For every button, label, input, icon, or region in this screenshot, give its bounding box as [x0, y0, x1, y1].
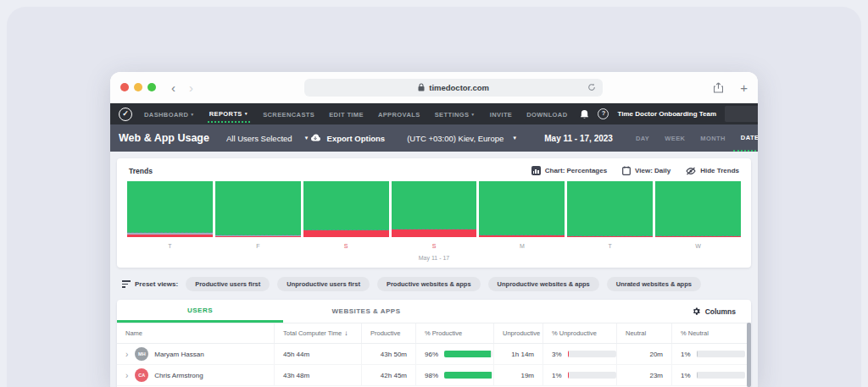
chart-bar[interactable] — [127, 181, 213, 237]
view-toggle[interactable]: View: Daily — [622, 166, 670, 175]
page-title: Web & App Usage — [119, 132, 209, 144]
users-filter-select[interactable]: All Users Selected ▼ — [226, 134, 309, 143]
help-icon[interactable]: ? — [598, 108, 609, 119]
day-label: T — [127, 243, 213, 249]
gear-icon — [692, 307, 701, 316]
productive-time: 43h 50m — [361, 344, 415, 364]
reload-icon[interactable] — [587, 83, 596, 91]
preset-chip[interactable]: Productive websites & apps — [377, 277, 481, 291]
chevron-down-icon: ▼ — [244, 111, 248, 116]
preset-chip[interactable]: Unrated websites & apps — [607, 277, 701, 291]
maximize-window-icon[interactable] — [147, 83, 156, 91]
productive-segment — [479, 181, 565, 235]
day-label: F — [215, 243, 301, 249]
column-header[interactable]: % Productive — [415, 323, 493, 343]
preset-chip[interactable]: Unproductive websites & apps — [488, 277, 599, 291]
productive-time: 42h 45m — [361, 365, 415, 385]
nav-item[interactable]: APPROVALS — [376, 106, 422, 122]
nav-item[interactable]: DASHBOARD▼ — [142, 106, 197, 122]
chevron-right-icon[interactable]: › — [125, 350, 128, 359]
timedoctor-logo-icon[interactable]: ✓ — [119, 108, 132, 121]
chart-bar[interactable] — [303, 181, 389, 237]
bell-icon[interactable] — [580, 109, 589, 119]
new-tab-icon[interactable]: + — [740, 81, 748, 94]
productive-segment — [303, 181, 389, 230]
bar-chart-icon — [531, 166, 541, 175]
period-tab[interactable]: DATE RANGE — [733, 124, 758, 152]
column-header[interactable]: Unproductive — [493, 323, 542, 343]
table-tab[interactable]: WEBSITES & APPS — [283, 300, 449, 323]
nav-item[interactable]: DOWNLOAD — [525, 106, 569, 122]
hide-trends-toggle[interactable]: Hide Trends — [686, 167, 739, 175]
usage-table-panel: USERSWEBSITES & APPS Columns NameTotal C… — [117, 300, 751, 387]
column-header[interactable]: Productive — [361, 323, 415, 343]
unproductive-segment — [655, 236, 741, 237]
unproductive-progress-bar — [568, 351, 616, 357]
nav-item[interactable]: EDIT TIME — [327, 106, 365, 122]
avatar: CA — [135, 368, 148, 382]
nav-item[interactable]: INVITE — [488, 106, 515, 122]
timezone-select[interactable]: (UTC +03:00) Kiev, Europe ▼ — [407, 134, 517, 143]
period-tab[interactable]: DAY — [628, 124, 657, 152]
day-label: S — [303, 243, 389, 249]
chart-bar[interactable] — [215, 181, 301, 237]
table-scrollbar[interactable] — [747, 323, 751, 387]
close-window-icon[interactable] — [120, 83, 129, 91]
day-label: W — [655, 243, 741, 249]
forward-icon[interactable]: › — [189, 81, 193, 94]
back-icon[interactable]: ‹ — [171, 81, 175, 94]
nav-item[interactable]: SCREENCASTS — [261, 106, 316, 122]
neutral-time: 23m — [616, 365, 671, 385]
unproductive-segment — [303, 230, 389, 237]
url-text: timedoctor.com — [429, 83, 489, 92]
chevron-right-icon[interactable]: › — [125, 371, 128, 380]
table-row[interactable]: › CA Chris Armstrong 43h 48m 42h 45m 98%… — [117, 365, 751, 386]
column-header[interactable]: Total Computer Time↓ — [274, 323, 361, 343]
browser-window: ‹ › timedoctor.com + ✓ DAS — [110, 72, 758, 387]
columns-button[interactable]: Columns — [692, 307, 751, 316]
neutral-time: 20m — [616, 344, 671, 364]
sort-desc-icon: ↓ — [344, 329, 348, 337]
table-header-row: NameTotal Computer Time↓Productive% Prod… — [117, 323, 751, 344]
column-header[interactable]: % Neutral — [671, 323, 747, 343]
eye-slash-icon — [686, 167, 696, 175]
share-icon[interactable] — [714, 82, 723, 93]
preset-chip[interactable]: Unproductive users first — [277, 277, 370, 291]
neutral-percent: 1% — [681, 351, 691, 358]
column-header[interactable]: Neutral — [616, 323, 671, 343]
chart-bar[interactable] — [479, 181, 565, 237]
total-computer-time: 45h 44m — [274, 344, 361, 364]
url-bar[interactable]: timedoctor.com — [304, 79, 603, 97]
trends-header: Trends Chart: Percentages View: Daily — [117, 158, 751, 181]
preset-chip[interactable]: Productive users first — [186, 277, 270, 291]
productive-segment — [655, 181, 741, 236]
period-tab[interactable]: WEEK — [657, 124, 693, 152]
column-header[interactable]: Name — [117, 323, 274, 343]
minimize-window-icon[interactable] — [134, 83, 142, 91]
unproductive-progress-bar — [568, 372, 616, 379]
export-options-button[interactable]: Export Options — [309, 134, 386, 143]
table-row[interactable]: › MH Maryam Hassan 45h 44m 43h 50m 96% 1… — [117, 344, 751, 365]
chart-bar[interactable] — [655, 181, 741, 237]
nav-item[interactable]: SETTINGS▼ — [433, 106, 477, 122]
table-tab[interactable]: USERS — [117, 300, 283, 323]
chart-bar[interactable] — [567, 181, 653, 237]
user-name: Maryam Hassan — [154, 351, 203, 358]
content-area: Trends Chart: Percentages View: Daily — [110, 152, 758, 387]
chart-bar[interactable] — [392, 181, 477, 237]
productive-segment — [215, 181, 301, 235]
period-tab[interactable]: MONTH — [693, 124, 733, 152]
chart-range-label: May 11 - 17 — [127, 255, 741, 261]
screenshot-canvas: ‹ › timedoctor.com + ✓ DAS — [0, 0, 868, 387]
chart-type-toggle[interactable]: Chart: Percentages — [531, 166, 607, 175]
trends-controls: Chart: Percentages View: Daily — [531, 166, 739, 175]
column-header[interactable]: % Unproductive — [542, 323, 616, 343]
nav-item[interactable]: REPORTS▼ — [208, 105, 250, 123]
productive-segment — [392, 181, 477, 229]
unproductive-percent: 1% — [552, 372, 562, 379]
chevron-down-icon: ▼ — [190, 112, 194, 117]
chevron-down-icon: ▼ — [470, 112, 475, 117]
date-range-value: May 11 - 17, 2023 — [544, 134, 613, 143]
top-navigation: ✓ DASHBOARD▼REPORTS▼SCREENCASTSEDIT TIME… — [110, 103, 758, 124]
unproductive-segment — [215, 236, 301, 237]
